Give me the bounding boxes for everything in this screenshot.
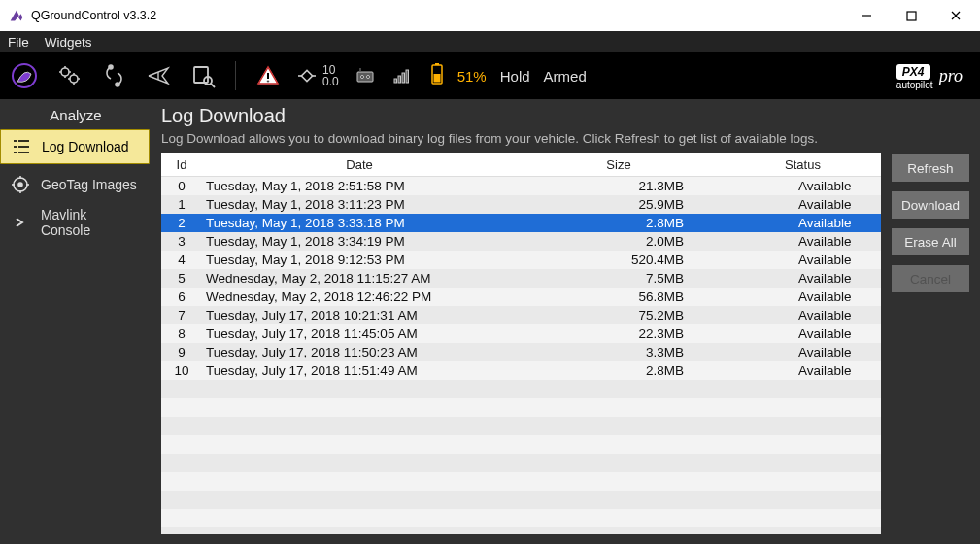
svg-point-7	[109, 65, 113, 69]
sidebar-item-log-download[interactable]: Log Download	[0, 129, 150, 164]
cell-date: Tuesday, July 17, 2018 11:50:23 AM	[202, 345, 513, 359]
table-row-empty	[161, 454, 881, 472]
cell-date: Tuesday, May 1, 2018 9:12:53 PM	[202, 253, 513, 267]
table-row[interactable]: 6Wednesday, May 2, 2018 12:46:22 PM56.8M…	[161, 288, 881, 306]
cell-size: 56.8MB	[513, 289, 725, 304]
menu-widgets[interactable]: Widgets	[45, 35, 92, 50]
toolbar-separator	[235, 61, 236, 90]
flight-mode[interactable]: Hold	[500, 68, 530, 85]
satellite-status: 10 0.0	[294, 57, 339, 94]
close-button[interactable]	[933, 0, 978, 31]
svg-rect-24	[402, 73, 405, 83]
table-row-empty	[161, 417, 881, 435]
svg-point-8	[116, 83, 119, 86]
minimize-button[interactable]	[844, 0, 889, 31]
cell-status: Available	[725, 197, 881, 212]
svg-rect-10	[194, 67, 208, 83]
cell-size: 2.0MB	[513, 234, 725, 249]
svg-point-19	[360, 76, 363, 79]
cell-status: Available	[725, 216, 881, 230]
table-row[interactable]: 1Tuesday, May 1, 2018 3:11:23 PM25.9MBAv…	[161, 195, 881, 214]
col-header-status[interactable]: Status	[725, 157, 881, 172]
cell-status: Available	[725, 253, 881, 267]
analyze-icon[interactable]	[185, 57, 221, 94]
cell-status: Available	[725, 363, 881, 378]
svg-point-5	[61, 68, 69, 76]
brand-pro: pro	[939, 66, 963, 86]
cell-date: Tuesday, July 17, 2018 11:45:05 AM	[202, 326, 513, 341]
title-bar: QGroundControl v3.3.2	[0, 0, 980, 31]
sidebar-item-geotag[interactable]: GeoTag Images	[0, 167, 150, 202]
settings-icon[interactable]	[51, 57, 87, 94]
download-button[interactable]: Download	[891, 190, 970, 220]
svg-rect-23	[398, 76, 401, 83]
table-row-empty	[161, 398, 881, 417]
cell-id: 5	[161, 271, 202, 286]
battery-percent: 51%	[457, 68, 487, 85]
cancel-button[interactable]: Cancel	[891, 264, 970, 293]
brand: PX4 autopilot pro	[896, 62, 974, 90]
cell-id: 4	[161, 253, 202, 267]
table-row[interactable]: 5Wednesday, May 2, 2018 11:15:27 AM7.5MB…	[161, 269, 881, 288]
col-header-size[interactable]: Size	[513, 157, 725, 172]
arm-status[interactable]: Armed	[544, 68, 587, 85]
rc-icon	[347, 57, 384, 94]
refresh-button[interactable]: Refresh	[891, 153, 970, 183]
cell-date: Tuesday, May 1, 2018 2:51:58 PM	[202, 179, 513, 193]
svg-rect-15	[301, 70, 312, 81]
svg-point-14	[267, 80, 269, 82]
cell-date: Tuesday, July 17, 2018 11:51:49 AM	[202, 363, 513, 378]
satellite-icon	[294, 57, 320, 94]
table-row-empty	[161, 380, 881, 398]
warning-icon[interactable]	[250, 57, 287, 94]
table-row[interactable]: 8Tuesday, July 17, 2018 11:45:05 AM22.3M…	[161, 324, 881, 343]
main-toolbar: 10 0.0 51% Hold Armed PX4 autopilot pro	[0, 52, 980, 99]
col-header-id[interactable]: Id	[161, 157, 202, 172]
cell-id: 6	[161, 289, 202, 304]
cell-size: 520.4MB	[513, 253, 725, 267]
main-panel: Log Download Log Download allows you to …	[152, 99, 980, 544]
table-header: Id Date Size Status	[161, 153, 881, 177]
cell-date: Tuesday, July 17, 2018 10:21:31 AM	[202, 308, 513, 323]
table-row[interactable]: 2Tuesday, May 1, 2018 3:33:18 PM2.8MBAva…	[161, 214, 881, 232]
table-row[interactable]: 3Tuesday, May 1, 2018 3:34:19 PM2.0MBAva…	[161, 232, 881, 251]
svg-point-36	[18, 183, 22, 187]
cell-size: 2.8MB	[513, 363, 725, 378]
svg-rect-18	[357, 72, 373, 82]
maximize-button[interactable]	[889, 0, 933, 31]
waypoints-icon[interactable]	[95, 57, 132, 94]
app-logo-icon[interactable]	[6, 57, 43, 94]
table-row-empty	[161, 527, 881, 534]
sidebar: Analyze Log Download GeoTag Images Mavli…	[0, 99, 152, 544]
cell-status: Available	[725, 326, 881, 341]
cell-size: 22.3MB	[513, 326, 725, 341]
col-header-date[interactable]: Date	[202, 157, 513, 172]
cell-status: Available	[725, 308, 881, 323]
table-row-empty	[161, 509, 881, 527]
cell-size: 21.3MB	[513, 179, 725, 193]
table-body[interactable]: 0Tuesday, May 1, 2018 2:51:58 PM21.3MBAv…	[161, 177, 881, 534]
sidebar-section-title: Analyze	[0, 99, 152, 129]
plane-icon[interactable]	[140, 57, 177, 94]
cell-size: 25.9MB	[513, 197, 725, 212]
sidebar-item-mavlink-console[interactable]: Mavlink Console	[0, 205, 150, 240]
table-row[interactable]: 0Tuesday, May 1, 2018 2:51:58 PM21.3MBAv…	[161, 177, 881, 195]
table-row[interactable]: 9Tuesday, July 17, 2018 11:50:23 AM3.3MB…	[161, 343, 881, 361]
table-row-empty	[161, 491, 881, 509]
cell-id: 3	[161, 234, 202, 249]
brand-name: PX4	[896, 64, 930, 80]
cell-id: 7	[161, 308, 202, 323]
window-title: QGroundControl v3.3.2	[31, 9, 156, 22]
table-row[interactable]: 4Tuesday, May 1, 2018 9:12:53 PM520.4MBA…	[161, 251, 881, 269]
cell-id: 10	[161, 363, 202, 378]
brand-subtitle: autopilot	[896, 80, 933, 90]
table-row[interactable]: 7Tuesday, July 17, 2018 10:21:31 AM75.2M…	[161, 306, 881, 324]
cell-status: Available	[725, 179, 881, 193]
cell-date: Wednesday, May 2, 2018 12:46:22 PM	[202, 289, 513, 304]
menu-file[interactable]: File	[8, 35, 29, 50]
cell-id: 9	[161, 345, 202, 359]
erase-all-button[interactable]: Erase All	[891, 227, 970, 256]
table-row[interactable]: 10Tuesday, July 17, 2018 11:51:49 AM2.8M…	[161, 361, 881, 380]
cell-size: 3.3MB	[513, 345, 725, 359]
cell-id: 8	[161, 326, 202, 341]
